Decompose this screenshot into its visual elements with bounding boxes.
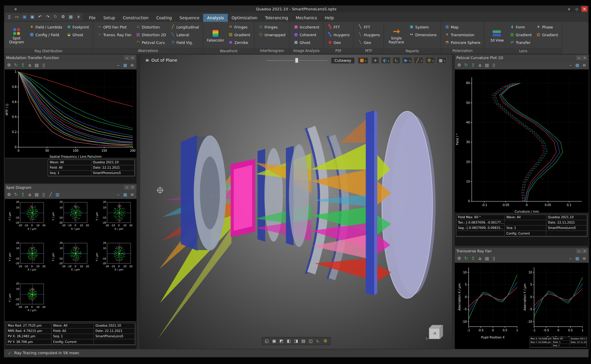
petzval-chart[interactable]: 0102030405060-0.1-0.0500.050.1Curvature … xyxy=(455,69,589,213)
mtf-chart-host[interactable]: 00.20.40.60.81050100150200Spatial Freque… xyxy=(5,69,137,158)
panel-header[interactable]: Petzval Curvature Plot 1D ▫× xyxy=(455,55,589,61)
window-close-icon[interactable]: × xyxy=(581,6,588,12)
footprint-button[interactable]: ◉Footprint xyxy=(65,23,90,31)
snap-gear-button[interactable]: ⚙ xyxy=(425,57,435,64)
lateral-button[interactable]: ╲Lateral xyxy=(169,31,201,39)
redo-button[interactable]: ↷ xyxy=(44,13,51,20)
axes-button[interactable]: ∟ xyxy=(315,338,321,344)
petzval-curv-button[interactable]: ◠Petzval Curv. xyxy=(134,38,168,46)
report-button[interactable]: ▤ xyxy=(484,255,490,262)
refresh-button[interactable]: ↻ xyxy=(13,62,19,68)
home-button[interactable]: ⌂ xyxy=(26,62,33,68)
save-all-button[interactable]: ▣ xyxy=(29,13,36,20)
fringes-button[interactable]: ◎Fringes xyxy=(257,23,287,31)
spot-diagram-grid[interactable]: Y / µm2010-10-20-20-1001020X / µmY / µm2… xyxy=(5,199,137,321)
refresh-button[interactable]: ↻ xyxy=(463,255,469,262)
grid-button[interactable]: ▦ xyxy=(122,192,128,198)
pin-icon[interactable]: ◉ xyxy=(14,7,17,11)
fit-view-button[interactable]: ◱ xyxy=(264,338,270,344)
layout-button[interactable]: ▦ xyxy=(67,13,74,20)
system-button[interactable]: ▣System xyxy=(408,23,438,31)
export-button[interactable]: ↥ xyxy=(20,62,26,68)
single-raytrace-button[interactable]: →Single Raytrace xyxy=(386,23,406,48)
panel-header[interactable]: Modulation Transfer Function ▫× xyxy=(5,55,137,61)
list-button[interactable]: ≡ xyxy=(581,62,587,68)
copy-button[interactable]: ▯ xyxy=(40,62,47,68)
unwrapped-button[interactable]: ○Unwrapped xyxy=(257,31,287,39)
spot-cell-5[interactable]: Y / µm2010-10-20-20-1001020X / µm xyxy=(49,240,92,281)
view-cube[interactable]: -X xyxy=(425,322,444,341)
render-sphere-button[interactable]: ◐ xyxy=(381,57,391,64)
camera-arrow-button[interactable]: ▶ xyxy=(402,57,412,64)
view-left-button[interactable]: ◧ xyxy=(285,338,292,344)
panel-header[interactable]: Transverse Ray Fan ▫× xyxy=(455,248,589,254)
panel-header[interactable]: Spot Diagram ▫× xyxy=(5,184,137,191)
tab-analysis[interactable]: Analysis xyxy=(203,14,228,22)
zernike-button[interactable]: ●Zernike xyxy=(227,38,252,46)
opd-fan-plot-button[interactable]: ≈OPD Fan Plot xyxy=(95,23,133,31)
panel-close-icon[interactable]: × xyxy=(582,249,587,253)
report-button[interactable]: ▤ xyxy=(484,62,490,68)
dimensions-button[interactable]: ↔Dimensions xyxy=(408,31,438,39)
panel-close-icon[interactable]: × xyxy=(130,56,135,60)
tab-setup[interactable]: Setup xyxy=(100,14,119,22)
view-top-button[interactable]: ◩ xyxy=(278,338,285,344)
fft-button[interactable]: ╲FFT xyxy=(356,23,381,31)
line-style-button[interactable]: ╱ xyxy=(414,57,424,64)
grid-button[interactable]: ▦ xyxy=(574,255,581,262)
transfer-button[interactable]: ⇄Transfer xyxy=(508,38,533,46)
panel-restore-icon[interactable]: ▫ xyxy=(576,56,581,60)
open-file-button[interactable]: ▭ xyxy=(13,13,20,20)
tab-file[interactable]: File xyxy=(85,14,100,22)
save-button[interactable]: ▣ xyxy=(21,13,28,20)
menu-down-button[interactable]: ∨ xyxy=(75,13,82,20)
panel-close-icon[interactable]: × xyxy=(130,185,135,189)
home-button[interactable]: ⌂ xyxy=(26,192,33,198)
phase-button[interactable]: ∗Phase xyxy=(535,23,560,31)
view-back-button[interactable]: ▤ xyxy=(300,338,307,344)
distortion-2d-button[interactable]: ▨Distortion 2D xyxy=(134,31,168,39)
distortion-button[interactable]: ▱Distortion xyxy=(134,23,168,31)
panel-restore-icon[interactable]: ▫ xyxy=(124,185,129,189)
new-file-button[interactable]: ▯ xyxy=(6,13,12,20)
cutaway-color-button[interactable] xyxy=(358,57,368,64)
geo-button[interactable]: ●Geo xyxy=(326,38,351,46)
tab-optimization[interactable]: Optimization xyxy=(228,14,261,22)
spot-cell-6[interactable]: Y / µm2010-10-20-20-1001020X / µm xyxy=(92,240,136,281)
minimize-button[interactable]: – xyxy=(567,255,574,262)
display-cube-button[interactable]: ▦ xyxy=(437,57,447,64)
fringes-button[interactable]: ≡Fringes xyxy=(227,23,252,31)
slider-handle[interactable] xyxy=(295,58,298,63)
spot-cell-2[interactable]: Y / µm2010-10-20-20-1001020X / µm xyxy=(49,199,92,240)
export-button[interactable]: ↥ xyxy=(470,255,476,262)
viewport-3d[interactable]: ⊕ Out of Plane Cutaway +◐∟▶╱⚙▦ xyxy=(140,54,452,349)
longitudinal-button[interactable]: ╱Longitudinal xyxy=(169,23,201,31)
field-lambda-button[interactable]: ∗Field / Lambda xyxy=(28,23,64,31)
view-iso-button[interactable]: ◫ xyxy=(307,338,314,344)
tab-mechanics[interactable]: Mechanics xyxy=(292,14,321,22)
list-button[interactable]: ≡ xyxy=(581,255,587,262)
rayfan-y-chart-host[interactable]: -10-50510-1-0.500.51Pupil Position YAber… xyxy=(523,264,585,349)
spot-cell-1[interactable]: Y / µm2010-10-20-20-1001020X / µm xyxy=(5,199,49,240)
spot-diagram-button[interactable]: Spot Diagram xyxy=(7,23,26,48)
ghost-button[interactable]: ■Ghost xyxy=(292,38,321,46)
huygens-button[interactable]: ╲Huygens xyxy=(356,31,381,39)
falsecolor-button[interactable]: Falsecolor xyxy=(205,23,225,48)
tab-coating[interactable]: Coating xyxy=(153,14,176,22)
copy-button[interactable]: ▯ xyxy=(491,255,497,262)
export-button[interactable]: ↥ xyxy=(20,192,26,198)
undo-button[interactable]: ↶ xyxy=(37,13,43,20)
columns-button[interactable]: ▥ xyxy=(54,192,61,198)
panel-close-icon[interactable]: × xyxy=(582,56,587,60)
window-maximize-icon[interactable]: ◇ xyxy=(574,6,580,12)
home-button[interactable]: ⌂ xyxy=(477,62,483,68)
gear-button[interactable]: ⚙ xyxy=(456,62,463,68)
poincare-sphere-button[interactable]: ◓Poincare Sphere xyxy=(443,38,482,46)
panel-restore-icon[interactable]: ▫ xyxy=(124,56,129,60)
incoherent-button[interactable]: ■Incoherent xyxy=(292,23,321,31)
mtf-chart[interactable]: 00.20.40.60.81050100150200Spatial Freque… xyxy=(5,69,137,158)
grid-button[interactable]: ▦ xyxy=(122,62,128,68)
tab-sequence[interactable]: Sequence xyxy=(176,14,203,22)
rayfan-x-chart[interactable]: -10-50510-1-0.500.51Pupil Position XAber… xyxy=(457,264,520,340)
view-front-button[interactable]: ▣ xyxy=(271,338,277,344)
